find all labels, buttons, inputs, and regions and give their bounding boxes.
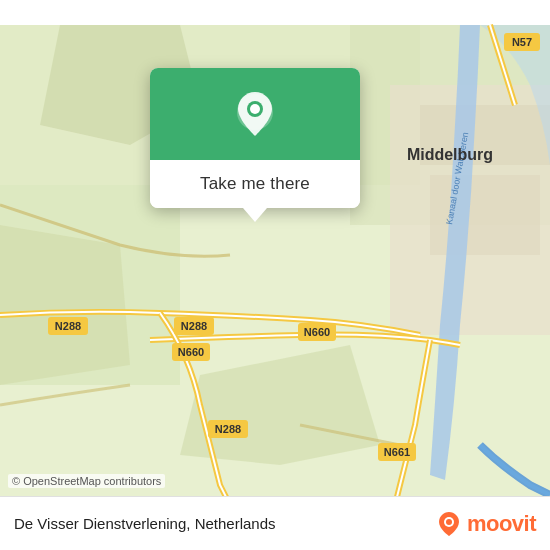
svg-text:N288: N288 — [55, 320, 81, 332]
map-container: Kanaal door Walcheren N57 N288 N288 N288… — [0, 0, 550, 550]
svg-text:Middelburg: Middelburg — [407, 146, 493, 163]
svg-text:N660: N660 — [178, 346, 204, 358]
bottom-bar: De Visser Dienstverlening, Netherlands m… — [0, 496, 550, 550]
svg-text:N57: N57 — [512, 36, 532, 48]
moovit-pin-icon — [435, 510, 463, 538]
svg-text:N288: N288 — [215, 423, 241, 435]
location-label: De Visser Dienstverlening, Netherlands — [14, 515, 435, 532]
popup-tail — [243, 208, 267, 222]
moovit-logo: moovit — [435, 510, 536, 538]
moovit-brand-text: moovit — [467, 511, 536, 537]
svg-text:N288: N288 — [181, 320, 207, 332]
svg-text:N661: N661 — [384, 446, 410, 458]
popup-header — [150, 68, 360, 160]
svg-marker-5 — [0, 225, 130, 385]
popup-button-area[interactable]: Take me there — [150, 160, 360, 208]
svg-point-30 — [250, 104, 260, 114]
popup-card: Take me there — [150, 68, 360, 208]
svg-point-32 — [446, 519, 452, 525]
svg-text:N660: N660 — [304, 326, 330, 338]
take-me-there-button[interactable]: Take me there — [200, 174, 310, 194]
location-pin-icon — [233, 90, 277, 142]
copyright-text: © OpenStreetMap contributors — [8, 474, 165, 488]
